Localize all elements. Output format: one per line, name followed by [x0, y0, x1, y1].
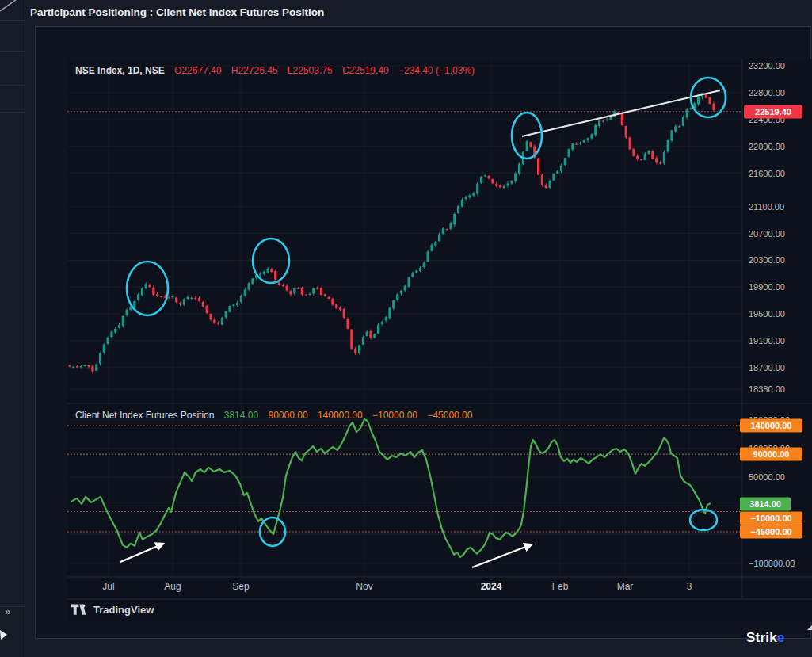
tradingview-attribution[interactable]: TradingView	[71, 604, 154, 616]
sidebar-expand-chevron-icon[interactable]: »	[5, 605, 10, 617]
axis-label: 19900.00	[749, 282, 785, 292]
axis-label: −100000.00	[749, 559, 795, 568]
axis-label: 22000.00	[749, 142, 785, 151]
axis-label: 18380.00	[749, 384, 785, 394]
indicator-level-badge: −10000.00	[740, 512, 802, 525]
axis-label: 20700.00	[749, 229, 785, 239]
indicator-pane-legend: Client Net Index Futures Position 3814.0…	[75, 410, 479, 421]
indicator-param: −10000.00	[372, 410, 417, 421]
axis-label: 21600.00	[749, 169, 785, 178]
low-value: L22503.75	[288, 65, 333, 76]
tradingview-logo-icon	[71, 604, 89, 616]
indicator-level-badge: 140000.00	[740, 418, 802, 432]
axis-label: 21100.00	[749, 202, 784, 212]
strike-logo: Strike	[746, 630, 784, 646]
time-axis-tick: Sep	[232, 581, 249, 592]
toolbar-divider	[0, 85, 25, 86]
toolbar-divider	[0, 112, 25, 113]
axis-label: 19100.00	[749, 336, 785, 346]
app-window: » Participant Positioning : Client Net I…	[0, 0, 812, 657]
indicator-value: 3814.00	[224, 410, 258, 421]
time-axis-tick: Nov	[356, 581, 372, 592]
time-axis-tick: 2024	[481, 581, 502, 592]
indicator-title: Client Net Index Futures Position	[75, 410, 214, 421]
axis-label: 20300.00	[749, 255, 785, 265]
indicator-value-badge: 3814.00	[740, 497, 791, 510]
last-price-badge: 22519.40	[744, 105, 802, 118]
tradingview-label: TradingView	[93, 604, 154, 616]
time-axis-tick: Aug	[164, 581, 181, 592]
axis-label: 18700.00	[749, 363, 785, 372]
indicator-level-badge: −45000.00	[740, 525, 802, 538]
time-axis-tick: Mar	[617, 581, 634, 592]
open-value: O22677.40	[174, 65, 221, 76]
change-value: −234.40 (−1.03%)	[398, 65, 475, 76]
axis-label: 19500.00	[749, 309, 785, 319]
toolbar-divider	[0, 20, 25, 21]
page-title: Participant Positioning : Client Net Ind…	[30, 6, 324, 18]
indicator-level-badge: 90000.00	[740, 448, 802, 461]
toolbar-divider	[0, 51, 25, 52]
toolbar-divider	[0, 606, 25, 607]
close-value: C22519.40	[342, 65, 389, 76]
indicator-param: −45000.00	[427, 410, 472, 421]
price-pane-legend: NSE Index, 1D, NSE O22677.40 H22726.45 L…	[75, 65, 482, 76]
axis-label: 23200.00	[749, 61, 785, 71]
indicator-param: 140000.00	[318, 410, 363, 421]
axis-label: 22800.00	[749, 88, 785, 97]
time-axis-tick: Feb	[552, 581, 569, 592]
high-value: H22726.45	[231, 65, 278, 76]
left-toolbar: »	[0, 0, 25, 657]
tradingview-chart[interactable]	[67, 59, 812, 622]
indicator-param: 90000.00	[269, 410, 308, 421]
time-axis-tick: Jul	[102, 581, 114, 592]
time-axis-tick: 3	[687, 581, 692, 592]
axis-label: 50000.00	[749, 472, 785, 482]
symbol-label: NSE Index, 1D, NSE	[75, 65, 165, 76]
